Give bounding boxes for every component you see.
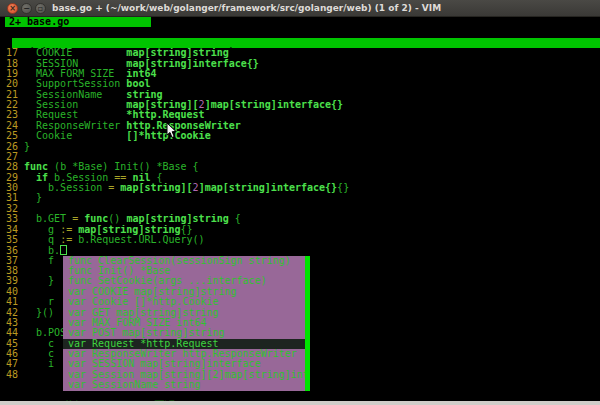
- code-line[interactable]: 36 b.: [0, 245, 600, 255]
- code-line[interactable]: 27: [0, 152, 600, 162]
- code-text: map[string][: [120, 183, 192, 193]
- line-number: 19: [0, 69, 18, 79]
- code-text: {}: [181, 225, 193, 235]
- line-number: 45: [0, 339, 18, 349]
- popup-scrollbar[interactable]: [305, 256, 310, 391]
- completion-item[interactable]: var Cookie []*http.Cookie: [63, 297, 310, 307]
- line-number: 28: [0, 162, 18, 172]
- code-line[interactable]: 32: [0, 204, 600, 214]
- code-text: :=: [60, 225, 78, 235]
- completion-item[interactable]: var GET map[string]string: [63, 308, 310, 318]
- line-number: 38: [0, 266, 18, 276]
- line-number: 44: [0, 328, 18, 338]
- code-text: http.ResponseWriter: [126, 121, 240, 131]
- code-text: Session: [24, 100, 126, 110]
- completion-item[interactable]: var MAX_FORM_SIZE int64: [63, 318, 310, 328]
- code-text: map[string]string: [126, 48, 228, 58]
- line-number: 43: [0, 318, 18, 328]
- buffer-list: [1:base.go]*[2:page.go]: [0, 27, 600, 37]
- code-line[interactable]: 19 MAX_FORM_SIZE int64: [0, 69, 600, 79]
- code-text: :=: [60, 235, 78, 245]
- code-text: =: [72, 214, 84, 224]
- code-text: Request: [24, 110, 126, 120]
- code-line[interactable]: 33 b.GET = func() map[string]string {: [0, 214, 600, 224]
- code-line[interactable]: 24 ResponseWriter http.ResponseWriter: [0, 121, 600, 131]
- line-number: 29: [0, 173, 18, 183]
- code-text: c: [24, 349, 54, 359]
- code-line[interactable]: 26}: [0, 142, 600, 152]
- code-text: map[string]string: [126, 214, 228, 224]
- code-line[interactable]: 30 b.Session = map[string][2]map[string]…: [0, 183, 600, 193]
- minimize-button[interactable]: −: [21, 3, 32, 14]
- code-text: string: [126, 90, 162, 100]
- maximize-button[interactable]: ▫: [35, 3, 46, 14]
- code-text: [24, 173, 36, 183]
- tabline: 2+ base.go: [0, 17, 600, 27]
- line-number: 47: [0, 359, 18, 369]
- line-number: 48: [0, 370, 18, 380]
- completion-item[interactable]: var POST map[string]string: [63, 328, 310, 338]
- mouse-cursor-icon: [166, 123, 178, 139]
- desktop-edge: [0, 401, 600, 405]
- minibuf-status-bar: -MiniBufExplorer- [-][none,utf-8,unix] 0…: [12, 38, 600, 48]
- window-titlebar: × − ▫ base.go + (~/work/web/golanger/fra…: [0, 0, 600, 17]
- line-number: 42: [0, 308, 18, 318]
- code-line[interactable]: 25 Cookie []*http.Cookie: [0, 131, 600, 141]
- completion-item[interactable]: var Session map[string][2]map[string]int…: [63, 370, 310, 380]
- line-number: 33: [0, 214, 18, 224]
- code-text: func: [24, 162, 54, 172]
- code-text: ResponseWriter: [24, 121, 126, 131]
- completion-item[interactable]: func SetCookie(args ...interface): [63, 276, 310, 286]
- code-line[interactable]: 34 g := map[string]string{}: [0, 225, 600, 235]
- line-number: 31: [0, 193, 18, 203]
- line-number: 34: [0, 225, 18, 235]
- code-text: {}: [337, 183, 349, 193]
- line-number: 41: [0, 297, 18, 307]
- code-line[interactable]: 22 Session map[string][2]map[string]inte…: [0, 100, 600, 110]
- line-number: 20: [0, 79, 18, 89]
- code-line[interactable]: 23 Request *http.Request: [0, 110, 600, 120]
- code-line[interactable]: 20 SupportSession bool: [0, 79, 600, 89]
- close-button[interactable]: ×: [7, 3, 18, 14]
- line-number: 18: [0, 59, 18, 69]
- code-text: map[string][: [126, 100, 198, 110]
- completion-item-selected[interactable]: var Request *http.Request: [63, 339, 310, 349]
- code-line[interactable]: 35 q := b.Request.URL.Query(): [0, 235, 600, 245]
- code-line[interactable]: 18 SESSION map[string]interface{}: [0, 59, 600, 69]
- code-line[interactable]: 17 COOKIE map[string]string: [0, 48, 600, 58]
- code-line[interactable]: 21 SessionName string: [0, 90, 600, 100]
- terminal-area: 2+ base.go [1:base.go]*[2:page.go] 8 -Mi…: [0, 17, 600, 401]
- line-number: 37: [0, 256, 18, 266]
- code-line[interactable]: 29 if b.Session == nil {: [0, 173, 600, 183]
- code-line[interactable]: 31 }: [0, 193, 600, 203]
- completion-item[interactable]: func ClearSession(sessionSign string): [63, 256, 310, 266]
- code-text: (b *Base) Init() *Base {: [54, 162, 199, 172]
- code-text: func: [84, 214, 108, 224]
- line-number: 26: [0, 142, 18, 152]
- code-text: }: [24, 142, 30, 152]
- code-text: q: [24, 235, 60, 245]
- line-number: 32: [0, 204, 18, 214]
- line-number: 40: [0, 287, 18, 297]
- completion-item[interactable]: var SessionName string: [63, 380, 310, 390]
- completion-item[interactable]: var ResponseWriter http.ResponseWriter: [63, 349, 310, 359]
- line-number: 35: [0, 235, 18, 245]
- code-text: }: [24, 193, 42, 203]
- completion-item[interactable]: var COOKIE map[string]string: [63, 287, 310, 297]
- code-text: c: [24, 339, 54, 349]
- code-text: MAX_FORM_SIZE: [24, 69, 126, 79]
- code-text: map[string]interface{}: [126, 59, 258, 69]
- code-text: b.Session: [54, 173, 114, 183]
- message-line: -- 全能补全 (^O^N^P) 匹配 9 / 14: [0, 391, 600, 401]
- code-text: (): [108, 214, 126, 224]
- code-text: g: [24, 225, 60, 235]
- window-title: base.go + (~/work/web/golanger/framework…: [52, 3, 441, 13]
- completion-item[interactable]: func Init() *Base: [63, 266, 310, 276]
- completion-item[interactable]: var SESSION map[string]interface: [63, 359, 310, 369]
- code-line[interactable]: 28func (b *Base) Init() *Base {: [0, 162, 600, 172]
- code-text: ]map[string]interface{}: [205, 100, 343, 110]
- code-text: COOKIE: [24, 48, 126, 58]
- tab-base-go[interactable]: 2+ base.go: [5, 17, 151, 27]
- code-text: }(): [24, 308, 54, 318]
- code-text: r: [24, 297, 54, 307]
